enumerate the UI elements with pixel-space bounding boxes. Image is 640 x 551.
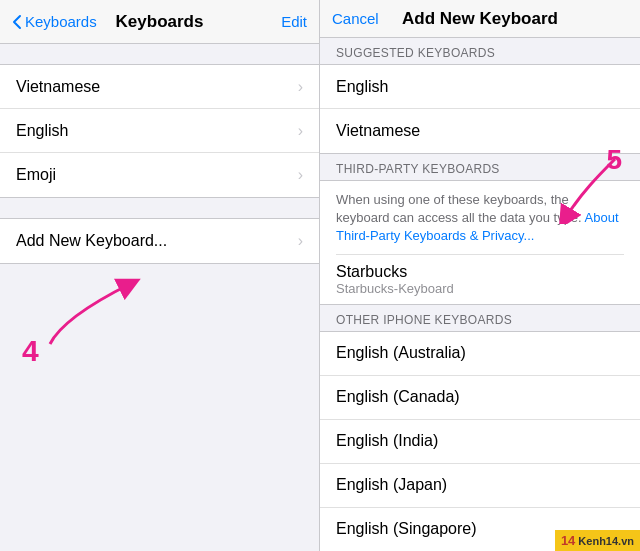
back-label: Keyboards <box>25 13 97 30</box>
other-header: OTHER IPHONE KEYBOARDS <box>320 305 640 331</box>
suggested-section: SUGGESTED KEYBOARDS English Vietnamese <box>320 38 640 154</box>
starbucks-sub: Starbucks-Keyboard <box>336 281 624 296</box>
suggested-header: SUGGESTED KEYBOARDS <box>320 38 640 64</box>
watermark-number: 14 <box>561 533 575 548</box>
other-english-australia: English (Australia) <box>336 344 466 362</box>
other-english-canada: English (Canada) <box>336 388 460 406</box>
add-keyboard-section: Add New Keyboard... › <box>0 218 319 264</box>
add-keyboard-label: Add New Keyboard... <box>16 232 167 250</box>
chevron-right-icon: › <box>298 78 303 96</box>
list-item[interactable]: English › <box>0 109 319 153</box>
other-list: English (Australia) English (Canada) Eng… <box>320 331 640 551</box>
list-item[interactable]: English (India) <box>320 420 640 464</box>
annotation-4-area: 4 <box>0 264 319 551</box>
list-item[interactable]: English <box>320 65 640 109</box>
suggested-list: English Vietnamese <box>320 64 640 154</box>
list-item[interactable]: English (Canada) <box>320 376 640 420</box>
chevron-right-icon: › <box>298 166 303 184</box>
watermark-site: Kenh14.vn <box>578 535 634 547</box>
right-nav-title: Add New Keyboard <box>402 9 558 29</box>
starbucks-item[interactable]: Starbucks Starbucks-Keyboard <box>336 254 624 304</box>
watermark: 14 Kenh14.vn <box>555 530 640 551</box>
keyboard-emoji: Emoji <box>16 166 56 184</box>
keyboard-vietnamese: Vietnamese <box>16 78 100 96</box>
list-item[interactable]: Vietnamese <box>320 109 640 153</box>
list-item[interactable]: English (Japan) <box>320 464 640 508</box>
suggested-english: English <box>336 78 388 96</box>
other-english-singapore: English (Singapore) <box>336 520 477 538</box>
cancel-button[interactable]: Cancel <box>332 10 379 27</box>
other-english-india: English (India) <box>336 432 438 450</box>
chevron-left-icon <box>12 14 22 30</box>
left-panel: Keyboards Keyboards Edit Vietnamese › En… <box>0 0 320 551</box>
right-nav-bar: Cancel Add New Keyboard <box>320 0 640 38</box>
suggested-vietnamese: Vietnamese <box>336 122 420 140</box>
keyboards-list: Vietnamese › English › Emoji › <box>0 64 319 198</box>
arrow-4-icon <box>30 274 160 354</box>
chevron-right-icon: › <box>298 122 303 140</box>
chevron-right-icon: › <box>298 232 303 250</box>
list-item[interactable]: Emoji › <box>0 153 319 197</box>
right-panel: Cancel Add New Keyboard SUGGESTED KEYBOA… <box>320 0 640 551</box>
annotation-5-number: 5 <box>606 144 622 176</box>
annotation-4-number: 4 <box>22 334 39 368</box>
third-party-section-wrapper: 5 THIRD-PARTY KEYBOARDS When using one o… <box>320 154 640 305</box>
back-button[interactable]: Keyboards <box>12 13 97 30</box>
list-item[interactable]: Vietnamese › <box>0 65 319 109</box>
add-keyboard-item[interactable]: Add New Keyboard... › <box>0 219 319 263</box>
keyboard-english: English <box>16 122 68 140</box>
other-english-japan: English (Japan) <box>336 476 447 494</box>
left-nav-title: Keyboards <box>116 12 204 32</box>
list-item[interactable]: English (Australia) <box>320 332 640 376</box>
left-nav-bar: Keyboards Keyboards Edit <box>0 0 319 44</box>
starbucks-name: Starbucks <box>336 263 624 281</box>
edit-button[interactable]: Edit <box>281 13 307 30</box>
other-section: OTHER IPHONE KEYBOARDS English (Australi… <box>320 305 640 551</box>
